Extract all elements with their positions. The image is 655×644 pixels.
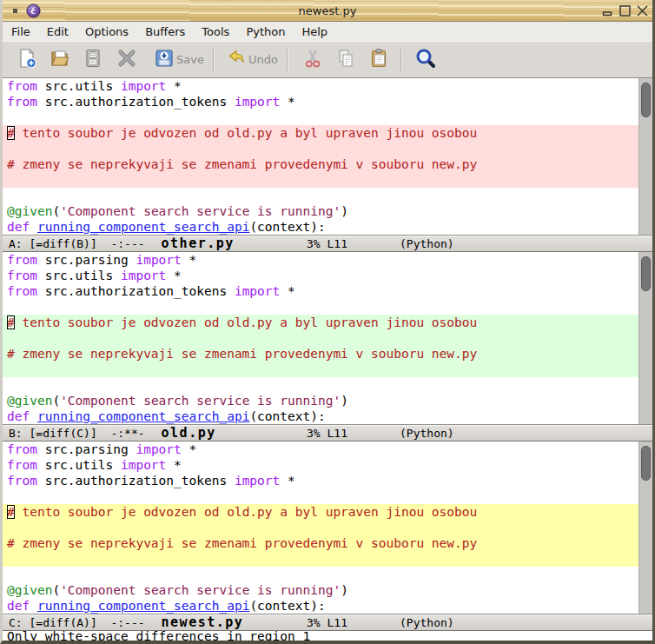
open-file-button[interactable] <box>43 45 76 75</box>
toolbar: Save Undo <box>3 42 652 78</box>
paste-button[interactable] <box>361 45 397 75</box>
minimize-button[interactable] <box>600 3 614 17</box>
search-icon <box>414 47 437 73</box>
modeline-status: A: [=diff(B)] -:--- <box>9 237 145 250</box>
code-line <box>3 141 639 156</box>
echo-area[interactable]: Only white-space differences in region 1 <box>3 631 652 642</box>
modeline-buffer-name: newest.py <box>162 614 244 630</box>
menu-item-options[interactable]: Options <box>85 25 129 38</box>
code-line <box>3 299 639 315</box>
buffer-pane-b[interactable]: from src.parsing import *from src.utils … <box>3 252 652 424</box>
code-line: from src.parsing import * <box>3 442 639 457</box>
modeline-major-mode: (Python) <box>400 237 454 250</box>
hollow-cursor: # <box>7 315 15 329</box>
modeline-status: B: [=diff(C)] -:**- <box>9 427 145 440</box>
modeline-major-mode: (Python) <box>400 616 454 629</box>
code-line <box>3 551 639 567</box>
modeline-buffer-name: other.py <box>162 236 235 251</box>
titlebar[interactable]: newest.py <box>3 0 652 22</box>
scrollbar-thumb[interactable] <box>641 446 651 481</box>
cut-scissors-icon <box>302 48 323 72</box>
code-line: @given('Component search service is runn… <box>3 393 639 408</box>
code-line <box>3 377 639 393</box>
code-line: from src.authorization_tokens import * <box>3 473 639 488</box>
modeline-position: 3% L11 <box>307 427 347 440</box>
cut-button[interactable] <box>296 45 329 75</box>
close-x-icon <box>116 48 137 72</box>
search-button[interactable] <box>408 45 443 75</box>
modeline-buffer-name: old.py <box>162 425 216 441</box>
modeline-b[interactable]: B: [=diff(C)] -:**-old.py3% L11(Python) <box>3 424 652 442</box>
code-line <box>3 172 639 188</box>
code-line <box>3 110 639 125</box>
undo-icon <box>226 48 247 72</box>
new-file-icon <box>17 48 37 72</box>
toolbar-separator <box>287 49 288 71</box>
code-line: # zmeny se neprekyvaji se zmenami proved… <box>3 535 639 551</box>
code-line <box>3 488 639 504</box>
code-line: from src.authorization_tokens import * <box>3 94 639 110</box>
menu-item-tools[interactable]: Tools <box>202 25 229 38</box>
modeline-a[interactable]: A: [=diff(B)] -:---other.py3% L11(Python… <box>3 235 652 252</box>
save-button-label: Save <box>176 53 204 66</box>
menu-item-help[interactable]: Help <box>301 25 328 38</box>
code-line: @given('Component search service is runn… <box>3 582 639 598</box>
menu-item-buffers[interactable]: Buffers <box>145 25 185 38</box>
code-line: def running_component_search_api(context… <box>3 598 639 614</box>
file-cabinet-icon <box>83 48 103 72</box>
copy-icon <box>334 48 355 72</box>
open-folder-icon <box>50 48 70 72</box>
emacs-window: newest.py File Edit Options Buffers Tool… <box>0 0 655 644</box>
code-line: from src.utils import * <box>3 268 639 283</box>
scrollbar-thumb[interactable] <box>641 83 651 117</box>
menu-item-file[interactable]: File <box>11 25 30 38</box>
hollow-cursor: # <box>7 505 15 519</box>
scrollbar-b[interactable] <box>638 252 652 424</box>
code-line: # tento soubor je odvozen od old.py a by… <box>3 125 639 141</box>
modeline-c[interactable]: C: [=diff(A)] -:---newest.py3% L11(Pytho… <box>3 614 652 631</box>
buffer-pane-a[interactable]: from src.utils import *from src.authoriz… <box>3 78 652 235</box>
modeline-status: C: [=diff(A)] -:--- <box>9 616 145 629</box>
menu-item-edit[interactable]: Edit <box>47 25 69 38</box>
code-line <box>3 330 639 346</box>
save-icon <box>154 48 175 72</box>
modeline-position: 3% L11 <box>307 616 347 629</box>
code-line: @given('Component search service is runn… <box>3 203 639 219</box>
close-button[interactable] <box>635 3 649 17</box>
code-area[interactable]: from src.utils import *from src.authoriz… <box>3 78 639 235</box>
new-file-button[interactable] <box>10 45 43 75</box>
modeline-position: 3% L11 <box>307 237 347 250</box>
menu-bar: File Edit Options Buffers Tools Python H… <box>3 22 652 42</box>
toolbar-separator <box>400 49 401 71</box>
copy-button[interactable] <box>329 45 361 75</box>
code-line <box>3 567 639 582</box>
code-line: from src.utils import * <box>3 457 639 473</box>
dired-button[interactable] <box>76 45 109 75</box>
save-button[interactable]: Save <box>149 45 209 75</box>
code-line: def running_component_search_api(context… <box>3 219 639 235</box>
hollow-cursor: # <box>7 126 15 140</box>
scrollbar-thumb[interactable] <box>641 256 651 291</box>
code-line: # zmeny se neprekyvaji se zmenami proved… <box>3 156 639 172</box>
close-buffer-button[interactable] <box>110 45 143 75</box>
code-line <box>3 188 639 203</box>
modeline-major-mode: (Python) <box>400 427 454 440</box>
toolbar-separator <box>213 49 214 71</box>
code-area[interactable]: from src.parsing import *from src.utils … <box>3 252 639 424</box>
menu-item-python[interactable]: Python <box>246 25 285 38</box>
maximize-button[interactable] <box>618 3 632 17</box>
code-line: def running_component_search_api(context… <box>3 408 639 424</box>
window-title: newest.py <box>3 4 652 17</box>
scrollbar-a[interactable] <box>638 78 652 235</box>
code-line: from src.parsing import * <box>3 252 639 268</box>
code-line: from src.utils import * <box>3 78 639 94</box>
code-area[interactable]: from src.parsing import *from src.utils … <box>3 442 639 614</box>
undo-button[interactable]: Undo <box>221 45 283 75</box>
code-line: from src.authorization_tokens import * <box>3 283 639 299</box>
code-line <box>3 520 639 535</box>
code-line <box>3 362 639 377</box>
buffer-pane-c[interactable]: from src.parsing import *from src.utils … <box>3 442 652 614</box>
paste-clipboard-icon <box>368 48 389 72</box>
code-line: # tento soubor je odvozen od old.py a by… <box>3 315 639 330</box>
scrollbar-c[interactable] <box>638 442 652 614</box>
